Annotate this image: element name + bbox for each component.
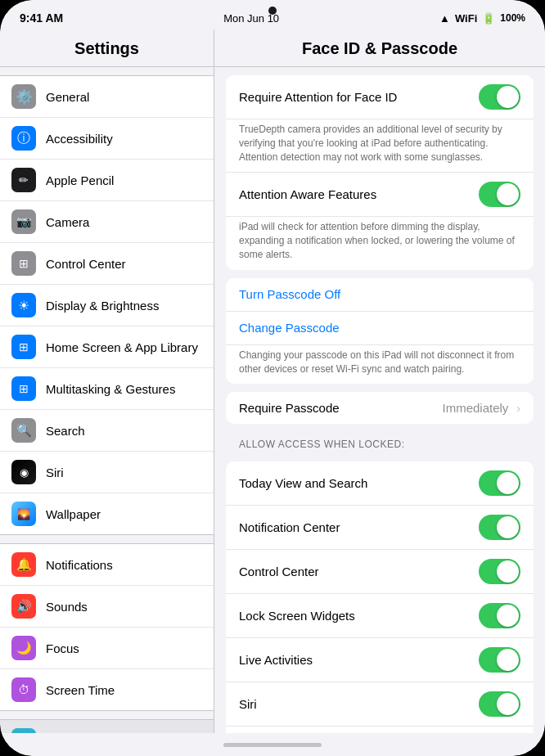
detail-title: Face ID & Passcode xyxy=(214,29,545,67)
wallpaper-label: Wallpaper xyxy=(46,507,101,521)
sidebar-item-control-center[interactable]: ⊞ Control Center xyxy=(0,243,214,285)
sidebar-item-camera[interactable]: 📷 Camera xyxy=(0,201,214,243)
require-attention-row: Require Attention for Face ID xyxy=(226,75,534,119)
lock-screen-widgets-label: Lock Screen Widgets xyxy=(239,609,479,623)
sidebar-item-wallpaper[interactable]: 🌄 Wallpaper xyxy=(0,493,214,534)
require-passcode-chevron: › xyxy=(516,402,520,415)
sidebar-item-focus[interactable]: 🌙 Focus xyxy=(0,628,214,669)
require-passcode-value: Immediately xyxy=(442,401,508,415)
sidebar-section-2: 🔔 Notifications 🔊 Sounds 🌙 Focus ⏱ Scree… xyxy=(0,543,214,711)
accessibility-icon: ⓘ xyxy=(11,126,36,151)
today-view-knob xyxy=(497,472,519,494)
sidebar-item-apple-pencil[interactable]: ✏ Apple Pencil xyxy=(0,160,214,201)
detail-section-locked-access: Today View and Search Notification Cente… xyxy=(226,461,534,733)
turn-passcode-off-label: Turn Passcode Off xyxy=(239,287,340,301)
notifications-icon: 🔔 xyxy=(11,552,36,577)
lock-screen-widgets-toggle[interactable] xyxy=(479,603,520,628)
attention-aware-row: Attention Aware Features xyxy=(226,172,534,217)
notification-center-toggle[interactable] xyxy=(479,515,520,540)
sounds-icon: 🔊 xyxy=(11,594,36,619)
siri-locked-toggle[interactable] xyxy=(479,691,520,717)
siri-locked-row: Siri xyxy=(226,682,534,727)
screen-time-icon: ⏱ xyxy=(11,677,36,702)
siri-locked-knob xyxy=(497,693,519,715)
sidebar-item-home-screen[interactable]: ⊞ Home Screen & App Library xyxy=(0,326,214,368)
apple-pencil-label: Apple Pencil xyxy=(46,173,114,187)
detail-section-attention: Require Attention for Face ID TrueDepth … xyxy=(226,75,534,270)
notifications-label: Notifications xyxy=(46,558,113,572)
screen: 9:41 AM Mon Jun 10 ▲ WiFi 🔋 100% Setting… xyxy=(0,0,545,756)
control-center-icon: ⊞ xyxy=(11,251,36,276)
require-attention-desc: TrueDepth camera provides an additional … xyxy=(226,119,534,172)
change-passcode-row[interactable]: Change Passcode xyxy=(226,312,534,345)
camera-icon: 📷 xyxy=(11,209,36,234)
control-center-label: Control Center xyxy=(46,257,126,271)
accessibility-label: Accessibility xyxy=(46,132,113,146)
require-attention-toggle[interactable] xyxy=(479,84,520,110)
status-time: 9:41 AM xyxy=(20,11,63,25)
passcode-desc: Changing your passcode on this iPad will… xyxy=(226,345,534,385)
wallpaper-icon: 🌄 xyxy=(11,502,36,526)
focus-label: Focus xyxy=(46,641,79,655)
control-center-locked-toggle[interactable] xyxy=(479,559,520,584)
require-attention-knob xyxy=(497,86,519,108)
require-attention-label: Require Attention for Face ID xyxy=(239,90,479,104)
display-icon: ☀ xyxy=(11,293,36,317)
home-screen-label: Home Screen & App Library xyxy=(46,340,198,354)
sidebar: Settings ⚙️ General ⓘ Accessibility ✏ Ap… xyxy=(0,29,214,733)
sidebar-section-1: ⚙️ General ⓘ Accessibility ✏ Apple Penci… xyxy=(0,75,214,535)
lock-screen-widgets-knob xyxy=(497,605,519,627)
control-center-locked-label: Control Center xyxy=(239,565,479,578)
sidebar-item-face-id[interactable]: 👤 Face ID & Passcode xyxy=(0,720,214,733)
search-icon: 🔍 xyxy=(11,418,36,443)
wifi-icon: ▲ xyxy=(439,12,450,25)
search-label: Search xyxy=(46,424,85,438)
apple-pencil-icon: ✏ xyxy=(11,168,36,192)
today-view-row: Today View and Search xyxy=(226,461,534,506)
sidebar-item-siri[interactable]: ◉ Siri xyxy=(0,452,214,493)
require-passcode-label: Require Passcode xyxy=(239,401,442,415)
home-bar xyxy=(223,743,322,747)
detail-section-passcode: Turn Passcode Off Change Passcode Changi… xyxy=(226,278,534,385)
main-content: Settings ⚙️ General ⓘ Accessibility ✏ Ap… xyxy=(0,29,545,733)
turn-passcode-off-row[interactable]: Turn Passcode Off xyxy=(226,278,534,312)
live-activities-row: Live Activities xyxy=(226,638,534,682)
general-label: General xyxy=(46,90,89,104)
front-camera xyxy=(268,7,277,15)
sidebar-item-display[interactable]: ☀ Display & Brightness xyxy=(0,285,214,326)
control-center-locked-knob xyxy=(497,560,519,583)
sidebar-title: Settings xyxy=(0,29,214,67)
today-view-toggle[interactable] xyxy=(479,470,520,496)
sounds-label: Sounds xyxy=(46,600,88,614)
sidebar-item-multitasking[interactable]: ⊞ Multitasking & Gestures xyxy=(0,368,214,410)
home-screen-icon: ⊞ xyxy=(11,335,36,359)
attention-aware-toggle[interactable] xyxy=(479,182,520,207)
live-activities-toggle[interactable] xyxy=(479,647,520,673)
live-activities-label: Live Activities xyxy=(239,653,479,667)
multitasking-icon: ⊞ xyxy=(11,376,36,401)
lock-screen-widgets-row: Lock Screen Widgets xyxy=(226,594,534,638)
general-icon: ⚙️ xyxy=(11,84,36,109)
notification-center-label: Notification Center xyxy=(239,520,479,534)
home-indicator xyxy=(0,733,545,756)
sidebar-item-accessibility[interactable]: ⓘ Accessibility xyxy=(0,118,214,160)
sidebar-item-sounds[interactable]: 🔊 Sounds xyxy=(0,586,214,628)
attention-aware-label: Attention Aware Features xyxy=(239,187,479,201)
notification-center-knob xyxy=(497,516,519,538)
multitasking-label: Multitasking & Gestures xyxy=(46,382,175,396)
sidebar-item-general[interactable]: ⚙️ General xyxy=(0,76,214,118)
siri-label: Siri xyxy=(46,466,64,479)
status-right: ▲ WiFi 🔋 100% xyxy=(439,12,525,25)
screen-time-label: Screen Time xyxy=(46,683,115,697)
focus-icon: 🌙 xyxy=(11,636,36,660)
live-activities-knob xyxy=(497,649,519,671)
change-passcode-label: Change Passcode xyxy=(239,321,340,335)
allow-access-label: ALLOW ACCESS WHEN LOCKED: xyxy=(226,432,534,453)
detail-section-require-passcode: Require Passcode Immediately › xyxy=(226,392,534,424)
detail-panel: Face ID & Passcode Require Attention for… xyxy=(214,29,545,733)
sidebar-item-search[interactable]: 🔍 Search xyxy=(0,410,214,452)
sidebar-item-notifications[interactable]: 🔔 Notifications xyxy=(0,544,214,586)
sidebar-item-screen-time[interactable]: ⏱ Screen Time xyxy=(0,669,214,710)
require-passcode-row[interactable]: Require Passcode Immediately › xyxy=(226,392,534,424)
battery-icon: 🔋 xyxy=(482,12,495,25)
